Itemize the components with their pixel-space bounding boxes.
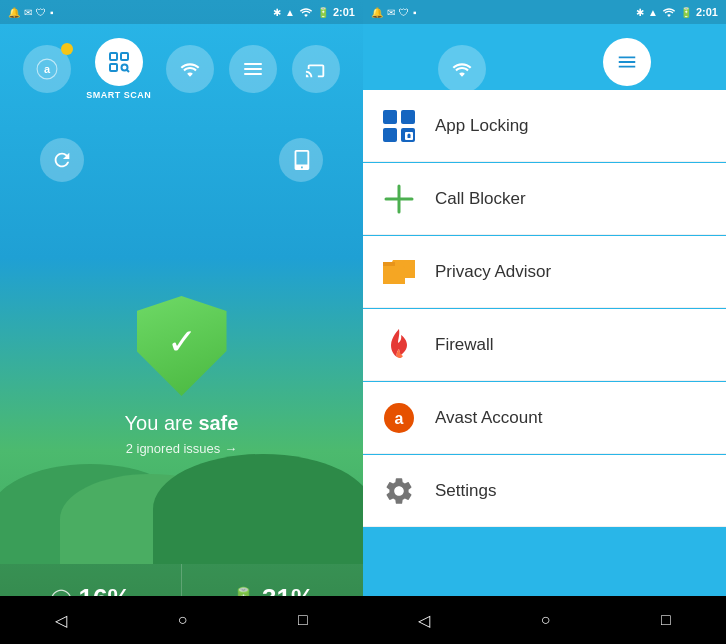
firewall-label: Firewall	[435, 335, 494, 355]
svg-text:a: a	[395, 410, 404, 427]
battery-icon-r: 🔋	[680, 7, 692, 18]
menu-list: App Locking Call Blocker	[363, 90, 726, 594]
settings-label: Settings	[435, 481, 496, 501]
signal-icon: ▲	[285, 7, 295, 18]
status-icons-right-left: 🔔 ✉ 🛡 ▪	[371, 7, 417, 18]
battery-sm-icon-r: ▪	[413, 7, 417, 18]
signal-icon-r: ▲	[648, 7, 658, 18]
firewall-icon-wrap	[379, 325, 419, 365]
nav-item-wifi[interactable]	[166, 45, 214, 93]
menu-item-firewall[interactable]: Firewall	[363, 309, 726, 381]
firewall-icon	[383, 327, 415, 363]
smartscan-icon	[107, 50, 131, 74]
time-left: 2:01	[333, 6, 355, 18]
app-locking-icon	[381, 108, 417, 144]
hamburger-circle[interactable]	[229, 45, 277, 93]
refresh-icon	[51, 149, 73, 171]
call-blocker-label: Call Blocker	[435, 189, 526, 209]
bluetooth-icon: ✱	[273, 7, 281, 18]
nav-item-menu[interactable]	[229, 45, 277, 93]
wifi-nav-icon	[179, 60, 201, 78]
menu-item-avast-account[interactable]: a Avast Account	[363, 382, 726, 454]
sys-nav-left: ◁ ○ □	[0, 596, 363, 644]
you-are-label: You are	[125, 412, 199, 434]
privacy-advisor-label: Privacy Advisor	[435, 262, 551, 282]
safe-text: You are safe	[125, 412, 239, 435]
back-button-left[interactable]: ◁	[39, 603, 83, 638]
security-icon-r: 🛡	[399, 7, 409, 18]
recents-button-right[interactable]: □	[645, 603, 687, 637]
call-blocker-icon	[382, 182, 416, 216]
side-icons	[0, 138, 363, 182]
wifi-nav-icon-r	[451, 60, 473, 78]
wifi-circle[interactable]	[166, 45, 214, 93]
tools-icon	[616, 51, 638, 73]
notif-icon-r: 🔔	[371, 7, 383, 18]
svg-rect-9	[383, 128, 397, 142]
avast-account-icon-wrap: a	[379, 398, 419, 438]
avast-account-icon: a	[384, 403, 414, 433]
tablet-icon	[290, 149, 312, 171]
status-icons-left: 🔔 ✉ 🛡 ▪	[8, 7, 54, 18]
avast-circle-icon: a	[384, 403, 414, 433]
shield: ✓	[137, 296, 227, 396]
email-icon-r: ✉	[387, 7, 395, 18]
badge	[61, 43, 73, 55]
app-locking-icon-wrap	[379, 106, 419, 146]
refresh-circle[interactable]	[40, 138, 84, 182]
home-button-right[interactable]: ○	[525, 603, 567, 637]
sys-nav-right: ◁ ○ □	[363, 596, 726, 644]
svg-line-6	[127, 70, 129, 72]
tablet-circle[interactable]	[279, 138, 323, 182]
security-icon: 🛡	[36, 7, 46, 18]
svg-rect-3	[121, 53, 128, 60]
svg-text:a: a	[44, 63, 51, 75]
safe-label: safe	[198, 412, 238, 434]
smartscan-label: SMART SCAN	[86, 90, 151, 100]
cast-icon	[305, 58, 327, 80]
svg-rect-4	[110, 64, 117, 71]
privacy-advisor-icon	[381, 256, 417, 288]
notif-icon: 🔔	[8, 7, 20, 18]
wifi-circle-r[interactable]	[438, 45, 486, 93]
hamburger-icon	[240, 59, 266, 79]
svg-rect-8	[401, 110, 415, 124]
status-bar-left: 🔔 ✉ 🛡 ▪ ✱ ▲ 🔋 2:01	[0, 0, 363, 24]
svg-rect-16	[383, 266, 405, 284]
right-panel: 🔔 ✉ 🛡 ▪ ✱ ▲ 🔋 2:01	[363, 0, 726, 644]
nav-item-avast[interactable]: a	[23, 45, 71, 93]
back-button-right[interactable]: ◁	[402, 603, 446, 638]
left-panel: 🔔 ✉ 🛡 ▪ ✱ ▲ 🔋 2:01 a	[0, 0, 363, 644]
nav-item-wifi-r[interactable]	[438, 45, 486, 93]
status-icons-right: ✱ ▲ 🔋 2:01	[273, 6, 355, 18]
menu-item-app-locking[interactable]: App Locking	[363, 90, 726, 162]
top-nav-left: a SMART SCAN	[0, 24, 363, 108]
wifi-icon	[299, 6, 313, 18]
nav-item-smartscan[interactable]: SMART SCAN	[86, 38, 151, 100]
checkmark-icon: ✓	[167, 321, 197, 363]
smartscan-circle[interactable]	[95, 38, 143, 86]
avast-account-label: Avast Account	[435, 408, 542, 428]
wifi-icon-r	[662, 6, 676, 18]
avast-nav-circle[interactable]: a	[23, 45, 71, 93]
email-icon: ✉	[24, 7, 32, 18]
cast-circle[interactable]	[292, 45, 340, 93]
settings-icon-wrap	[379, 471, 419, 511]
tools-circle[interactable]	[603, 38, 651, 86]
menu-item-privacy-advisor[interactable]: Privacy Advisor	[363, 236, 726, 308]
settings-icon	[383, 475, 415, 507]
battery-icon-status: 🔋	[317, 7, 329, 18]
menu-item-settings[interactable]: Settings	[363, 455, 726, 527]
app-locking-label: App Locking	[435, 116, 529, 136]
nav-item-cast[interactable]	[292, 45, 340, 93]
home-button-left[interactable]: ○	[162, 603, 204, 637]
svg-rect-7	[383, 110, 397, 124]
svg-rect-17	[383, 262, 395, 266]
privacy-advisor-icon-wrap	[379, 252, 419, 292]
hills-decoration	[0, 444, 363, 564]
recents-button-left[interactable]: □	[282, 603, 324, 637]
bluetooth-icon-r: ✱	[636, 7, 644, 18]
menu-item-call-blocker[interactable]: Call Blocker	[363, 163, 726, 235]
status-bar-right: 🔔 ✉ 🛡 ▪ ✱ ▲ 🔋 2:01	[363, 0, 726, 24]
time-right: 2:01	[696, 6, 718, 18]
